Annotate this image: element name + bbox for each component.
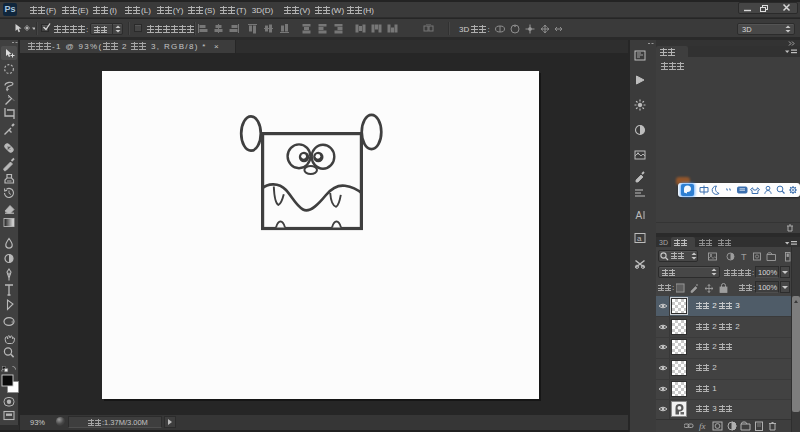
svg-text:a: a — [637, 234, 642, 243]
svg-text:A: A — [636, 210, 643, 221]
svg-text:T: T — [741, 252, 747, 262]
svg-text:fx: fx — [699, 421, 706, 431]
